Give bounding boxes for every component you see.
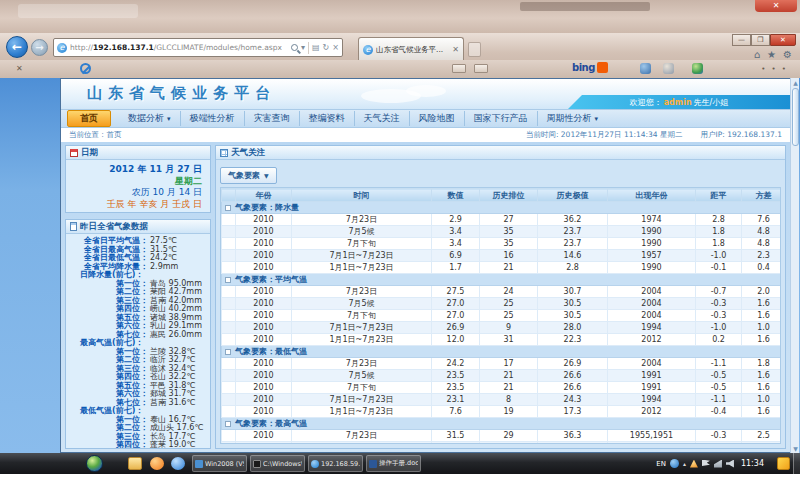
cell: 25 (480, 442, 538, 445)
table-row[interactable]: 20107月5候3.43523.719901.84.8 (222, 226, 782, 238)
home-icon[interactable]: ⌂ (754, 49, 760, 60)
table-row[interactable]: 20107月下旬23.52126.61991-0.51.6 (222, 382, 782, 394)
show-hidden-icons[interactable]: ▴ (683, 460, 686, 467)
table-row[interactable]: 20107月5候27.02530.52004-0.31.6 (222, 298, 782, 310)
action-center-icon[interactable] (702, 460, 710, 468)
show-desktop-button[interactable] (793, 453, 800, 474)
group-checkbox[interactable] (225, 349, 231, 355)
cell: 1974 (608, 214, 696, 226)
cell: 2004 (608, 358, 696, 370)
forward-button[interactable]: → (31, 39, 48, 56)
background-close-button[interactable]: ✕ (755, 0, 797, 12)
cell: 2004 (608, 286, 696, 298)
taskbar-button[interactable]: C:\Windows\s... (250, 455, 305, 472)
plugin-icon-1[interactable] (640, 63, 651, 74)
autocomplete-caret-icon[interactable]: ▾ (301, 43, 305, 52)
media-app-icon[interactable] (171, 457, 185, 470)
plugin-icon-3[interactable] (692, 63, 703, 74)
table-row[interactable]: 20107月5候31.42535.31951-0.31.9 (222, 442, 782, 445)
scroll-up-icon[interactable]: ▲ (791, 79, 800, 86)
group-checkbox[interactable] (225, 277, 231, 283)
favorites-icon[interactable]: ★ (767, 49, 776, 60)
search-icon[interactable] (291, 44, 298, 51)
table-row[interactable]: 20107月下旬3.43523.719901.84.8 (222, 238, 782, 250)
address-bar[interactable]: e http://192.168.137.1/GLCCLIMATE/module… (53, 38, 343, 57)
cell: 2010 (236, 298, 292, 310)
cell: 17 (480, 358, 538, 370)
nav-item[interactable]: 国家下行产品 (464, 111, 537, 126)
network-icon[interactable] (714, 460, 722, 468)
table-row[interactable]: 20107月23日27.52430.72004-0.72.0 (222, 286, 782, 298)
taskbar-button[interactable]: 192.168.59.99... (308, 455, 363, 472)
clock[interactable]: 11:34 (741, 459, 764, 468)
group-checkbox[interactable] (225, 421, 231, 427)
table-row[interactable]: 20107月下旬27.02530.52004-0.31.6 (222, 310, 782, 322)
new-tab-button[interactable] (468, 42, 481, 57)
table-row[interactable]: 20101月1日~7月23日7.61917.32012-0.41.6 (222, 406, 782, 418)
share-icon[interactable] (474, 64, 488, 73)
table-row[interactable]: 20101月1日~7月23日12.03122.320120.21.6 (222, 334, 782, 346)
mail-icon[interactable] (452, 64, 466, 73)
table-row[interactable]: 20107月5候23.52126.61991-0.51.6 (222, 370, 782, 382)
table-row[interactable]: 20107月23日24.21726.92004-1.11.8 (222, 358, 782, 370)
user-ip: 用户IP: 192.168.137.1 (700, 130, 782, 140)
close-toolbar-icon[interactable]: ✕ (16, 64, 23, 73)
nav-item[interactable]: 整编资料 (299, 111, 354, 126)
close-button[interactable]: ✕ (770, 34, 796, 46)
app-icon (195, 460, 203, 468)
blocked-content-icon[interactable] (80, 63, 91, 74)
tools-gear-icon[interactable]: ⚙ (783, 49, 792, 60)
table-row[interactable]: 20107月1日~7月23日23.1824.31994-1.11.0 (222, 394, 782, 406)
stop-icon[interactable]: × (332, 43, 339, 52)
more-options-icon[interactable]: • • • (761, 65, 788, 73)
cell: 2010 (236, 262, 292, 274)
cell: 27.5 (432, 286, 480, 298)
group-checkbox[interactable] (225, 205, 231, 211)
explorer-icon[interactable] (128, 457, 142, 470)
column-header: 历史排位 (480, 189, 538, 202)
browser-tab[interactable]: e 山东省气候业务平... ✕ (358, 37, 464, 61)
column-header: 年份 (236, 189, 292, 202)
plugin-icon-2[interactable] (663, 63, 674, 74)
cell: 2012 (608, 334, 696, 346)
notification-icon[interactable] (777, 457, 790, 470)
cell: -0.4 (696, 406, 742, 418)
checkbox-column-header (222, 189, 236, 202)
nav-item[interactable]: 周期性分析▾ (537, 111, 608, 126)
nav-item-active[interactable]: 首页 (67, 110, 111, 127)
tab-close-icon[interactable]: ✕ (452, 45, 459, 54)
bing-logo[interactable]: bing (572, 62, 608, 73)
nav-item[interactable]: 天气关注 (354, 111, 409, 126)
table-row[interactable]: 20107月23日2.92736.219742.87.6 (222, 214, 782, 226)
table-row[interactable]: 20101月1日~7月23日1.7212.81990-0.10.4 (222, 262, 782, 274)
minimize-button[interactable]: — (732, 34, 751, 46)
cell: 7月下旬 (292, 310, 432, 322)
alert-icon[interactable] (690, 460, 698, 468)
nav-item[interactable]: 数据分析▾ (119, 111, 180, 126)
network-globe-icon[interactable] (670, 459, 679, 468)
scroll-down-icon[interactable]: ▼ (791, 445, 800, 452)
browser-app-icon[interactable] (150, 457, 164, 470)
taskbar-button[interactable]: Win2008 (VS2... (192, 455, 247, 472)
maximize-button[interactable]: ❐ (751, 34, 770, 46)
command-bar: ✕ bing • • • (0, 60, 800, 78)
back-button[interactable]: ← (6, 36, 28, 58)
cell: 30.7 (538, 286, 608, 298)
table-row[interactable]: 20107月1日~7月23日6.91614.61957-1.02.3 (222, 250, 782, 262)
language-indicator[interactable]: EN (656, 460, 666, 468)
start-button[interactable] (86, 455, 103, 472)
compatibility-view-icon[interactable]: ▤ (312, 43, 320, 52)
element-filter-button[interactable]: 气象要素 ▼ (220, 167, 277, 184)
taskbar-button[interactable]: 操作手册.docx ... (366, 455, 421, 472)
table-row[interactable]: 20107月1日~7月23日26.9928.01994-1.01.0 (222, 322, 782, 334)
nav-item[interactable]: 灾害查询 (244, 111, 299, 126)
vertical-scrollbar[interactable]: ▲ ▼ (790, 78, 799, 453)
table-row[interactable]: 20107月23日31.52936.31955,1951-0.32.5 (222, 430, 782, 442)
nav-item[interactable]: 极端性分析 (180, 111, 244, 126)
volume-icon[interactable] (726, 460, 734, 468)
scrollbar-thumb[interactable] (792, 88, 799, 146)
refresh-icon[interactable]: ↻ (323, 43, 330, 52)
cell: 7月5候 (292, 370, 432, 382)
url-text[interactable]: http://192.168.137.1/GLCCLIMATE/modules/… (70, 43, 282, 52)
nav-item[interactable]: 风险地图 (409, 111, 464, 126)
